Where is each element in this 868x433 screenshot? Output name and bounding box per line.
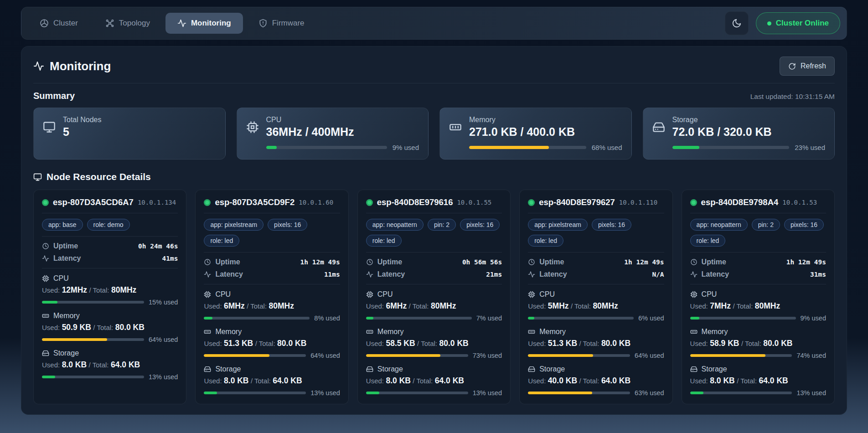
node-details-heading: Node Resource Details <box>33 171 835 182</box>
storage-percent-label: 13% used <box>796 389 826 397</box>
node-tags: app: pixelstreampixels: 16role: led <box>204 219 340 247</box>
tab-cluster[interactable]: Cluster <box>28 13 90 34</box>
summary-card-memory: Memory 271.0 KB / 400.0 KB 68% used <box>439 108 632 160</box>
node-card: esp-840D8E979616 10.0.1.55 app: neopatte… <box>357 190 511 404</box>
moon-icon <box>732 18 742 28</box>
latency-label: Latency <box>215 270 243 278</box>
cpu-progress-bar <box>266 146 387 149</box>
memory-usage-text: Used: 51.3 KB / Total: 80.0 KB <box>528 339 664 348</box>
node-ip: 10.0.1.55 <box>457 199 491 206</box>
tab-firmware[interactable]: Firmware <box>247 13 316 34</box>
node-tag: role: led <box>204 235 239 247</box>
storage-label: Storage <box>702 365 727 373</box>
refresh-button[interactable]: Refresh <box>780 57 835 76</box>
node-tag: pin: 2 <box>428 219 456 231</box>
node-tag: pixels: 16 <box>592 219 631 231</box>
storage-percent-label: 13% used <box>149 373 178 381</box>
uptime-label: Uptime <box>539 258 564 266</box>
memory-percent-label: 68% used <box>592 144 622 151</box>
cpu-progress-bar <box>42 301 144 304</box>
uptime-label: Uptime <box>377 258 402 266</box>
monitor-icon <box>33 173 42 181</box>
divider <box>42 213 178 213</box>
uptime-value: 1h 12m 49s <box>786 258 826 266</box>
monitoring-panel: Monitoring Refresh Summary Last updated:… <box>21 46 847 415</box>
tab-topology[interactable]: Topology <box>93 13 162 34</box>
theme-toggle-button[interactable] <box>725 11 749 35</box>
monitor-icon <box>43 121 56 134</box>
tab-monitoring[interactable]: Monitoring <box>165 13 243 34</box>
node-storage-section: Storage Used: 40.0 KB / Total: 64.0 KB 6… <box>528 365 664 397</box>
latency-label: Latency <box>702 270 729 278</box>
node-tags: app: neopatternpin: 2pixels: 16role: led <box>366 219 502 247</box>
cpu-icon <box>528 291 535 298</box>
cluster-online-button[interactable]: Cluster Online <box>756 12 840 34</box>
divider <box>42 268 178 268</box>
node-card: esp-807D3A5CD6A7 10.0.1.134 app: baserol… <box>33 190 186 404</box>
node-name: esp-807D3A5CD9F2 <box>215 197 294 207</box>
storage-label: Storage <box>53 349 79 357</box>
summary-card-label: Storage <box>672 116 772 124</box>
summary-header: Summary Last updated: 10:31:15 AM <box>33 91 835 101</box>
divider <box>690 284 826 284</box>
cpu-percent-label: 9% used <box>393 144 419 151</box>
node-name: esp-807D3A5CD6A7 <box>53 197 134 207</box>
last-updated: Last updated: 10:31:15 AM <box>750 93 835 101</box>
node-status-dot-icon <box>366 199 373 206</box>
memory-usage-text: Used: 50.9 KB / Total: 80.0 KB <box>42 323 178 332</box>
hard-drive-icon <box>652 121 665 134</box>
memory-label: Memory <box>702 328 728 336</box>
cpu-icon <box>690 291 698 298</box>
memory-progress-bar <box>690 354 792 357</box>
memory-percent-label: 64% used <box>310 352 340 359</box>
latency-row: Latency N/A <box>528 270 664 278</box>
summary-grid: Total Nodes 5 CPU 36MHz / 400MHz 9% used <box>33 108 835 160</box>
refresh-label: Refresh <box>801 62 826 70</box>
memory-progress-bar <box>366 354 468 357</box>
clock-icon <box>690 258 698 266</box>
latency-value: 41ms <box>162 255 178 262</box>
activity-icon <box>690 271 698 278</box>
node-name: esp-840D8E979627 <box>539 197 615 207</box>
node-card: esp-807D3A5CD9F2 10.0.1.60 app: pixelstr… <box>195 190 348 404</box>
panel-header: Monitoring Refresh <box>33 57 835 83</box>
node-tag: app: pixelstream <box>204 219 264 231</box>
summary-card-storage: Storage 72.0 KB / 320.0 KB 23% used <box>643 108 835 160</box>
divider <box>204 284 340 284</box>
node-tag: role: led <box>366 235 402 247</box>
node-cpu-section: CPU Used: 12MHz / Total: 80MHz 15% used <box>42 274 178 306</box>
storage-usage-text: Used: 8.0 KB / Total: 64.0 KB <box>204 376 340 386</box>
memory-usage-text: Used: 58.5 KB / Total: 80.0 KB <box>366 339 502 348</box>
tab-label: Monitoring <box>191 19 231 28</box>
divider <box>690 213 826 213</box>
divider <box>366 284 502 284</box>
memory-stick-icon <box>42 312 49 320</box>
node-status-dot-icon <box>204 199 211 206</box>
memory-percent-label: 64% used <box>635 352 664 359</box>
node-status-dot-icon <box>42 199 49 206</box>
uptime-row: Uptime 1h 12m 49s <box>204 258 340 266</box>
node-memory-section: Memory Used: 51.3 KB / Total: 80.0 KB 64… <box>528 328 664 359</box>
top-navbar: Cluster Topology Monitoring Firmware <box>21 7 847 40</box>
uptime-label: Uptime <box>702 258 726 266</box>
divider <box>366 252 502 253</box>
uptime-row: Uptime 0h 24m 46s <box>42 242 178 250</box>
summary-heading: Summary <box>33 91 75 101</box>
memory-stick-icon <box>204 328 211 335</box>
memory-label: Memory <box>539 328 566 336</box>
node-tag: role: led <box>528 235 563 247</box>
cpu-icon <box>42 275 49 282</box>
node-tag: app: base <box>42 219 83 231</box>
latency-value: 31ms <box>810 271 826 278</box>
cpu-percent-label: 15% used <box>149 299 178 306</box>
uptime-row: Uptime 1h 12m 49s <box>690 258 826 266</box>
uptime-value: 0h 24m 46s <box>138 242 178 250</box>
summary-card-value: 72.0 KB / 320.0 KB <box>672 125 772 139</box>
latency-label: Latency <box>539 270 567 278</box>
node-tag: role: demo <box>87 219 130 231</box>
divider <box>528 252 664 253</box>
latency-label: Latency <box>377 270 405 278</box>
node-memory-section: Memory Used: 50.9 KB / Total: 80.0 KB 64… <box>42 312 178 343</box>
summary-card-value: 5 <box>63 125 102 139</box>
uptime-value: 0h 56m 56s <box>462 258 502 266</box>
